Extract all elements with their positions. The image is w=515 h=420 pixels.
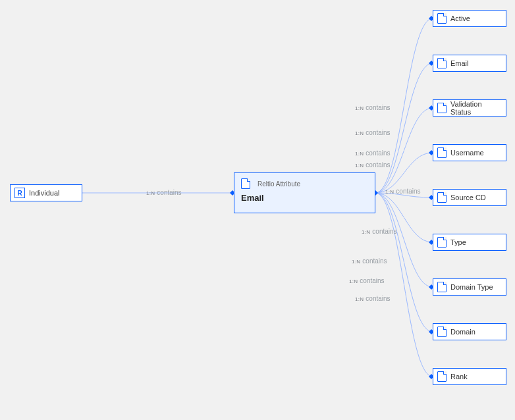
edge-cardinality: 1:N bbox=[385, 189, 394, 195]
edge-text: contains bbox=[396, 188, 420, 195]
document-icon bbox=[437, 147, 447, 158]
attribute-email[interactable]: Email bbox=[433, 55, 506, 72]
attribute-active[interactable]: Active bbox=[433, 10, 506, 27]
attribute-label: Source CD bbox=[450, 194, 486, 201]
edge-text: contains bbox=[366, 295, 390, 302]
edge-cardinality: 1:N bbox=[349, 278, 358, 284]
document-icon bbox=[437, 13, 447, 24]
attribute-label: Type bbox=[450, 238, 466, 246]
attribute-type[interactable]: Type bbox=[433, 234, 506, 251]
edge-text: contains bbox=[372, 228, 396, 235]
reltio-icon: R bbox=[14, 188, 25, 198]
attribute-subtitle: Reltio Attribute bbox=[258, 180, 300, 188]
document-icon bbox=[437, 282, 447, 292]
edge-text: contains bbox=[157, 189, 181, 196]
attribute-validation-status[interactable]: Validation Status bbox=[433, 99, 506, 117]
edge-label-contains: 1:Ncontains bbox=[146, 189, 182, 196]
edge-cardinality: 1:N bbox=[352, 259, 360, 265]
edge-text: contains bbox=[366, 129, 390, 136]
document-icon bbox=[437, 371, 447, 382]
document-icon bbox=[437, 192, 447, 203]
edge-cardinality: 1:N bbox=[146, 190, 155, 196]
edge-label-contains: 1:Ncontains bbox=[352, 257, 387, 265]
edge-text: contains bbox=[362, 257, 387, 265]
edge-cardinality: 1:N bbox=[355, 130, 364, 136]
attribute-title: Email bbox=[241, 193, 264, 203]
edge-text: contains bbox=[360, 277, 384, 284]
document-icon bbox=[437, 237, 447, 248]
attribute-domain[interactable]: Domain bbox=[433, 323, 506, 340]
edge-label-contains: 1:Ncontains bbox=[355, 104, 391, 111]
edge-label-contains: 1:Ncontains bbox=[355, 161, 391, 169]
attribute-source-cd[interactable]: Source CD bbox=[433, 189, 506, 206]
attribute-label: Email bbox=[450, 59, 469, 67]
edge-text: contains bbox=[366, 104, 390, 111]
document-icon bbox=[241, 178, 250, 189]
entity-label: Individual bbox=[29, 189, 59, 197]
attribute-label: Validation Status bbox=[450, 100, 502, 116]
document-icon bbox=[437, 103, 447, 113]
attribute-email-group[interactable]: Reltio Attribute Email bbox=[234, 172, 375, 213]
attribute-label: Active bbox=[450, 14, 470, 22]
edge-cardinality: 1:N bbox=[355, 163, 364, 169]
edge-label-contains: 1:Ncontains bbox=[355, 149, 391, 157]
attribute-label: Domain bbox=[450, 328, 475, 336]
edge-cardinality: 1:N bbox=[355, 151, 364, 157]
attribute-domain-type[interactable]: Domain Type bbox=[433, 278, 506, 296]
attribute-label: Rank bbox=[450, 373, 468, 381]
attribute-rank[interactable]: Rank bbox=[433, 368, 506, 385]
attribute-label: Domain Type bbox=[450, 283, 493, 291]
edge-label-contains: 1:Ncontains bbox=[362, 228, 397, 235]
attribute-username[interactable]: Username bbox=[433, 144, 506, 161]
edge-cardinality: 1:N bbox=[355, 105, 364, 111]
edge-label-contains: 1:Ncontains bbox=[349, 277, 385, 284]
entity-individual[interactable]: R Individual bbox=[10, 184, 82, 201]
edge-text: contains bbox=[366, 161, 390, 169]
edge-text: contains bbox=[366, 149, 390, 157]
edge-label-contains: 1:Ncontains bbox=[355, 129, 391, 136]
document-icon bbox=[437, 58, 447, 68]
edge-label-contains: 1:Ncontains bbox=[385, 188, 421, 195]
attribute-label: Username bbox=[450, 149, 484, 157]
edge-cardinality: 1:N bbox=[355, 296, 364, 302]
edge-label-contains: 1:Ncontains bbox=[355, 295, 391, 302]
edge-cardinality: 1:N bbox=[362, 229, 370, 235]
document-icon bbox=[437, 327, 447, 337]
